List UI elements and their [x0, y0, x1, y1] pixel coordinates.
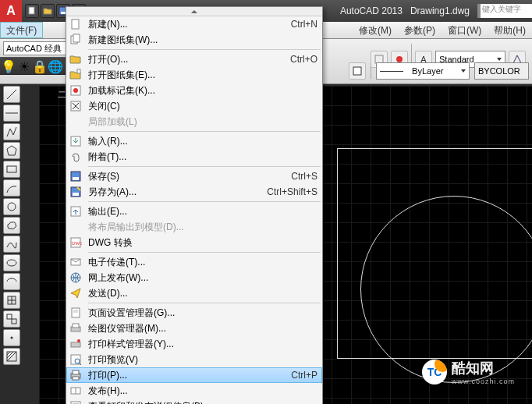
svg-rect-53	[73, 377, 79, 380]
circle-tool-icon[interactable]	[3, 198, 20, 215]
etransmit-icon	[68, 255, 83, 269]
menu-item-label: 电子传递(T)...	[88, 256, 145, 269]
menu-item-label: 加载标记集(K)...	[88, 84, 155, 97]
menu-item-save-icon[interactable]: 保存(S)Ctrl+S	[66, 168, 322, 184]
spline-tool-icon[interactable]	[3, 236, 20, 253]
menu-item-load-icon[interactable]: 加载标记集(K)...	[66, 83, 322, 98]
menu-scroll-up-icon[interactable]	[66, 7, 322, 16]
layer-lock-icon[interactable]: 🔒	[33, 59, 47, 73]
menu-separator	[88, 252, 321, 253]
app-logo-icon[interactable]: A	[0, 0, 22, 22]
menu-item-plotter-icon[interactable]: 绘图仪管理器(M)...	[66, 321, 322, 336]
menu-item-export-icon[interactable]: 输出(E)...	[66, 204, 322, 219]
sheetset-icon	[68, 33, 83, 47]
svg-rect-43	[73, 310, 78, 313]
qat-new-icon[interactable]	[25, 4, 39, 18]
svg-line-7	[7, 90, 16, 99]
svg-point-47	[77, 339, 80, 342]
svg-rect-26	[77, 69, 80, 73]
menu-item-plot-style-icon[interactable]: 打印样式管理器(Y)...	[66, 336, 322, 352]
menu-item-label: 关闭(C)	[88, 100, 120, 113]
lineweight-select[interactable]: BYCOLOR	[474, 62, 529, 80]
menu-item-close-icon[interactable]: 关闭(C)	[66, 98, 322, 114]
layer-globe-icon[interactable]: 🌐	[48, 59, 62, 73]
qat-open-icon[interactable]	[41, 4, 55, 18]
menu-item-label: 绘图仪管理器(M)...	[88, 322, 166, 335]
ellipse-arc-tool-icon[interactable]	[3, 273, 20, 290]
preview-icon	[68, 353, 83, 367]
send-icon	[68, 286, 83, 300]
file-menu-dropdown: 新建(N)...Ctrl+N新建图纸集(W)...打开(O)...Ctrl+O打…	[66, 6, 323, 404]
menu-separator	[88, 49, 321, 50]
menu-item-sheetset-icon[interactable]: 新建图纸集(W)...	[66, 32, 322, 48]
draw-palette	[3, 86, 23, 365]
menu-item-shortcut: Ctrl+O	[290, 54, 317, 65]
menu-item-label: DWG 转换	[88, 236, 133, 250]
menu-item-web-icon[interactable]: 网上发布(W)...	[66, 270, 322, 285]
menu-item-label: 打印预览(V)	[88, 353, 138, 367]
plotter-icon	[68, 321, 83, 335]
watermark-brand: 酷知网	[452, 359, 515, 377]
menu-item-page-setup-icon[interactable]: 页面设置管理器(G)...	[66, 305, 322, 321]
app-title: AutoCAD 2013 Drawing1.dwg	[340, 5, 470, 16]
point-tool-icon[interactable]	[3, 329, 20, 346]
menu-item-new-icon[interactable]: 新建(N)...Ctrl+N	[66, 16, 322, 32]
insert-tool-icon[interactable]	[3, 292, 20, 309]
menu-separator	[88, 201, 321, 202]
hatch-tool-icon[interactable]	[3, 348, 20, 365]
menu-item-partial-icon[interactable]: 局部加载(L)	[66, 114, 322, 129]
view-details-icon	[68, 399, 83, 404]
menu-item-preview-icon[interactable]: 打印预览(V)	[66, 352, 322, 367]
sheetset-open-icon	[68, 68, 83, 82]
menu-item-label: 打印样式管理器(Y)...	[88, 338, 174, 351]
menu-help[interactable]: 帮助(H)	[488, 22, 532, 38]
menu-item-open-icon[interactable]: 打开(O)...Ctrl+O	[66, 51, 322, 67]
menu-item-sheetset-open-icon[interactable]: 打开图纸集(E)...	[66, 67, 322, 83]
layer-bulb-icon[interactable]: 💡	[2, 59, 16, 73]
menu-item-export-layout-icon[interactable]: 将布局输出到模型(D)...	[66, 219, 322, 235]
menu-param[interactable]: 参数(P)	[398, 22, 442, 38]
menu-item-dwg-icon[interactable]: DWGDWG 转换	[66, 235, 322, 250]
revcloud-tool-icon[interactable]	[3, 217, 20, 234]
arc-tool-icon[interactable]	[3, 179, 20, 197]
menu-item-attach-icon[interactable]: 附着(T)...	[66, 149, 322, 165]
block-tool-icon[interactable]	[3, 310, 20, 328]
menu-item-publish-icon[interactable]: 发布(H)...	[66, 383, 322, 399]
menu-item-label: 发送(D)...	[88, 287, 128, 300]
menu-item-label: 输出(E)...	[88, 205, 127, 218]
ribbon-color-icon[interactable]	[349, 62, 366, 80]
menu-modify[interactable]: 修改(M)	[353, 22, 398, 38]
menu-window[interactable]: 窗口(W)	[442, 22, 488, 38]
menu-item-send-icon[interactable]: 发送(D)...	[66, 285, 322, 301]
menu-item-etransmit-icon[interactable]: 电子传递(T)...	[66, 254, 322, 270]
rectangle-tool-icon[interactable]	[3, 161, 20, 178]
menu-item-print-icon[interactable]: 打印(P)...Ctrl+P	[66, 367, 322, 383]
svg-point-18	[11, 337, 13, 339]
load-icon	[68, 83, 83, 97]
svg-marker-9	[7, 146, 16, 155]
menu-item-import-icon[interactable]: 输入(R)...	[66, 133, 322, 149]
menu-item-label: 查看打印和发布详细信息(B)...	[88, 400, 211, 405]
pline-tool-icon[interactable]	[3, 123, 20, 140]
svg-point-4	[396, 56, 403, 62]
menu-item-label: 保存(S)	[88, 170, 119, 183]
menu-item-label: 新建(N)...	[88, 18, 128, 31]
menu-item-label: 打印(P)...	[88, 369, 127, 382]
menu-item-label: 页面设置管理器(G)...	[88, 307, 175, 320]
menu-item-label: 局部加载(L)	[88, 115, 137, 129]
menu-item-saveas-icon[interactable]: 另存为(A)...Ctrl+Shift+S	[66, 184, 322, 200]
attach-icon	[68, 150, 83, 164]
watermark-url: www.coozhi.com	[452, 377, 515, 385]
linetype-select[interactable]: ByLayer	[376, 62, 470, 80]
menu-item-shortcut: Ctrl+P	[291, 370, 317, 381]
menu-separator	[88, 303, 321, 303]
page-setup-icon	[68, 306, 83, 320]
polygon-tool-icon[interactable]	[3, 142, 20, 159]
xline-tool-icon[interactable]	[3, 105, 20, 122]
menu-item-view-details-icon[interactable]: 查看打印和发布详细信息(B)...	[66, 399, 322, 404]
help-search-input[interactable]: 键入关键字	[477, 4, 532, 18]
ellipse-tool-icon[interactable]	[3, 254, 20, 271]
menu-file[interactable]: 文件(F)	[0, 22, 43, 38]
line-tool-icon[interactable]	[3, 86, 20, 103]
layer-sun-icon[interactable]: ☀	[17, 59, 31, 73]
